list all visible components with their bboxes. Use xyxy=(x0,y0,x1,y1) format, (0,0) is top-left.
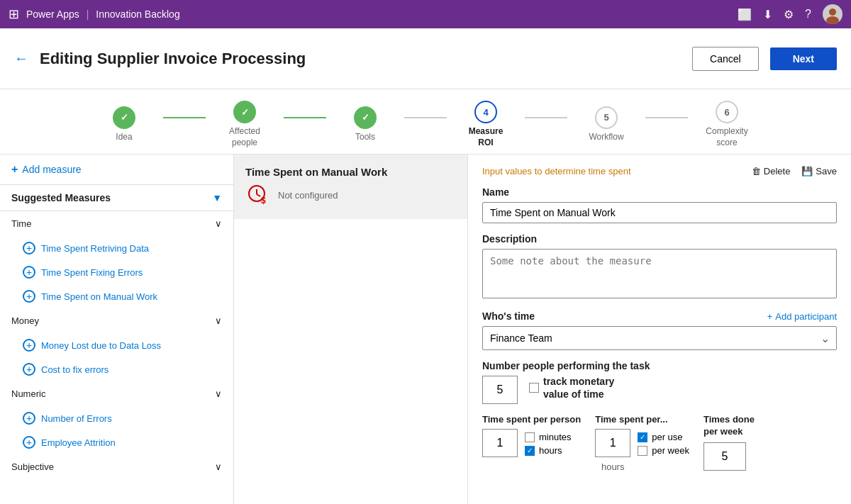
description-textarea[interactable] xyxy=(482,249,837,298)
per-week-cb[interactable] xyxy=(638,446,647,456)
time-col-inner: 1 minutes ✓ hours xyxy=(482,429,581,457)
track-monetary-cb[interactable] xyxy=(529,383,539,393)
hours-checkbox[interactable]: ✓ hours xyxy=(525,445,572,456)
sidebar: + Add measure Suggested Measures ▼ Time … xyxy=(0,155,234,504)
minutes-label: minutes xyxy=(539,432,572,442)
grid-icon[interactable]: ⊞ xyxy=(9,6,19,22)
whos-time-select-wrapper: Finance Team ⌄ xyxy=(482,326,837,350)
step-label-workflow: Workflow xyxy=(589,132,623,143)
add-measure-label: Add measure xyxy=(22,164,81,175)
name-input[interactable] xyxy=(482,202,837,223)
plus-circle-icon: + xyxy=(23,436,35,449)
plus-circle-icon: + xyxy=(23,363,35,376)
delete-button[interactable]: 🗑 Delete xyxy=(752,166,791,177)
filter-icon[interactable]: ▼ xyxy=(212,192,222,203)
minutes-checkbox[interactable]: minutes xyxy=(525,432,572,442)
time-per-unit: hours xyxy=(601,461,625,472)
per-checkboxes: ✓ per use per week xyxy=(638,429,689,456)
plus-circle-icon: + xyxy=(23,412,35,425)
per-use-checkbox[interactable]: ✓ per use xyxy=(638,432,689,442)
topbar-right: ⬜ ⬇ ⚙ ? xyxy=(738,4,842,24)
step-label-idea: Idea xyxy=(116,132,132,143)
middle-panel: Time Spent on Manual Work $ Not configur… xyxy=(234,155,468,504)
list-item[interactable]: + Time Spent Retriving Data xyxy=(0,236,233,260)
time-per-person-value: 1 xyxy=(497,437,504,449)
list-item[interactable]: + Money Lost due to Data Loss xyxy=(0,333,233,357)
list-item[interactable]: + Time Spent on Manual Work xyxy=(0,284,233,308)
step-label-measure: MeasureROI xyxy=(469,126,504,148)
step-measure-roi[interactable]: 4 MeasureROI xyxy=(447,101,525,148)
step-affected-people[interactable]: Affectedpeople xyxy=(206,101,284,148)
header: ← Editing Supplier Invoice Processing Ca… xyxy=(0,28,851,89)
svg-point-0 xyxy=(829,9,836,16)
category-numeric-header[interactable]: Numeric ∨ xyxy=(0,381,233,406)
track-monetary-checkbox[interactable]: track monetary value of time xyxy=(529,376,614,400)
add-measure-button[interactable]: + Add measure xyxy=(0,155,233,185)
step-tools[interactable]: Tools xyxy=(326,106,404,143)
num-people-input[interactable]: 5 xyxy=(482,376,518,404)
step-workflow[interactable]: 5 Workflow xyxy=(567,106,645,143)
category-time-label: Time xyxy=(11,218,31,229)
add-participant-button[interactable]: + Add participant xyxy=(767,311,837,322)
whos-time-row: Who's time + Add participant xyxy=(482,310,837,322)
step-label-affected: Affectedpeople xyxy=(229,126,260,148)
cancel-button[interactable]: Cancel xyxy=(692,47,759,71)
back-button[interactable]: ← xyxy=(14,50,28,67)
category-subjective-header[interactable]: Subjective ∨ xyxy=(0,454,233,479)
next-button[interactable]: Next xyxy=(770,47,837,70)
description-label: Description xyxy=(482,233,837,245)
list-item[interactable]: + Cost to fix errors xyxy=(0,357,233,381)
list-item[interactable]: + Employee Attrition xyxy=(0,430,233,454)
main-layout: + Add measure Suggested Measures ▼ Time … xyxy=(0,155,851,504)
step-complexity[interactable]: 6 Complexityscore xyxy=(688,101,766,148)
suggested-measures-header: Suggested Measures ▼ xyxy=(0,185,233,211)
per-week-checkbox[interactable]: per week xyxy=(638,445,689,456)
category-numeric-label: Numeric xyxy=(11,388,45,399)
chevron-down-icon-numeric: ∨ xyxy=(215,388,222,399)
measure-item-body: $ Not configured xyxy=(245,182,456,208)
monitor-icon[interactable]: ⬜ xyxy=(738,8,752,21)
step-circle-complexity: 6 xyxy=(716,101,738,123)
time-per-input[interactable]: 1 xyxy=(595,429,630,457)
chevron-down-icon-money: ∨ xyxy=(215,315,222,326)
step-idea[interactable]: Idea xyxy=(85,106,163,143)
list-item[interactable]: + Number of Errors xyxy=(0,406,233,430)
category-time-header[interactable]: Time ∨ xyxy=(0,211,233,236)
step-circle-workflow: 5 xyxy=(595,106,618,129)
category-subjective-label: Subjective xyxy=(11,461,54,472)
svg-text:$: $ xyxy=(261,196,266,206)
minutes-cb[interactable] xyxy=(525,432,535,442)
measure-item[interactable]: Time Spent on Manual Work $ Not configur… xyxy=(234,155,467,219)
time-per-inner: 1 hours ✓ per use per week xyxy=(595,429,689,472)
category-money-header[interactable]: Money ∨ xyxy=(0,308,233,333)
page-title: Editing Supplier Invoice Processing xyxy=(40,50,681,68)
chevron-down-icon-subjective: ∨ xyxy=(215,461,222,472)
avatar[interactable] xyxy=(823,4,842,24)
time-per-label: Time spent per... xyxy=(595,414,689,425)
times-done-value: 5 xyxy=(721,450,728,463)
time-spent-per-person-label: Time spent per person xyxy=(482,414,581,425)
delete-icon: 🗑 xyxy=(752,166,761,177)
download-icon[interactable]: ⬇ xyxy=(763,8,772,21)
track-monetary-line2: value of time xyxy=(543,388,614,400)
time-spent-per-col: Time spent per... 1 hours ✓ per use xyxy=(595,414,689,472)
category-numeric: Numeric ∨ + Number of Errors + Employee … xyxy=(0,381,233,454)
suggested-measures-label: Suggested Measures xyxy=(11,192,111,203)
hours-label: hours xyxy=(539,445,562,456)
list-item[interactable]: + Time Spent Fixing Errors xyxy=(0,260,233,284)
per-use-cb[interactable]: ✓ xyxy=(638,432,647,442)
backlog-name: Innovation Backlog xyxy=(96,9,179,20)
time-row: Time spent per person 1 minutes ✓ hours xyxy=(482,414,837,472)
whos-time-select[interactable]: Finance Team xyxy=(482,326,837,350)
whos-time-label: Who's time xyxy=(482,310,535,322)
save-button[interactable]: 💾 Save xyxy=(801,166,837,177)
plus-circle-icon: + xyxy=(23,290,35,303)
times-done-input[interactable]: 5 xyxy=(703,442,746,471)
plus-circle-icon: + xyxy=(23,242,35,254)
hours-cb[interactable]: ✓ xyxy=(525,446,535,456)
per-week-label: per week xyxy=(652,445,689,456)
time-per-person-input[interactable]: 1 xyxy=(482,429,518,457)
connector-4 xyxy=(525,117,567,118)
gear-icon[interactable]: ⚙ xyxy=(784,8,794,21)
help-icon[interactable]: ? xyxy=(805,8,811,21)
